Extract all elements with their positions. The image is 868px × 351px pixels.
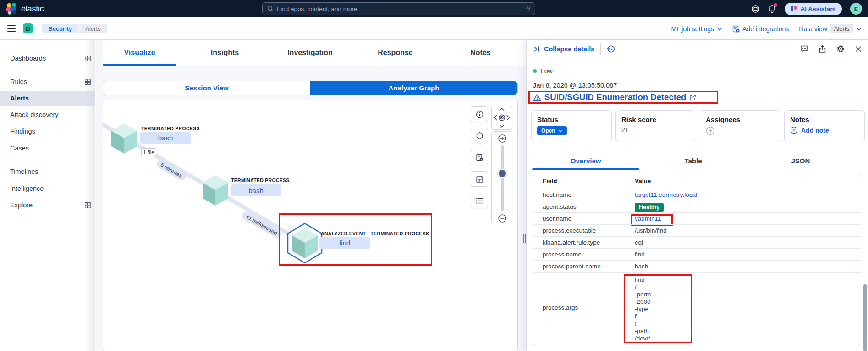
severity-label: Low: [541, 67, 553, 75]
document-gear-icon: [476, 154, 483, 162]
process-node-type: TERMINATED PROCESS: [141, 126, 200, 131]
add-note-button[interactable]: Add note: [790, 126, 829, 134]
zoom-slider-handle[interactable]: [498, 169, 507, 178]
data-view-selector[interactable]: Data view Alerts: [799, 24, 862, 33]
zoom-slider-track[interactable]: [501, 145, 504, 211]
file-count-badge[interactable]: 1 file: [141, 148, 156, 156]
field-name: host.name: [543, 191, 571, 198]
collapse-right-icon: [533, 46, 540, 52]
assignees-card: Assignees: [700, 110, 780, 142]
table-row-process.parent.name: process.parent.namebash: [533, 260, 861, 272]
ai-assistant-button[interactable]: AI Assistant: [785, 3, 842, 15]
status-open-dropdown[interactable]: Open: [537, 126, 567, 135]
breadcrumb-alerts: Alerts: [77, 24, 107, 33]
field-value: /usr/bin/find: [635, 227, 667, 234]
tab-investigation[interactable]: Investigation: [273, 40, 347, 66]
search-icon: [267, 6, 274, 12]
graph-pan-control[interactable]: [491, 106, 512, 130]
process-node-name[interactable]: bash: [140, 132, 191, 144]
sidebar-item-explore[interactable]: Explore: [0, 198, 95, 212]
panel-resize-handle[interactable]: [523, 234, 527, 243]
help-icon[interactable]: [751, 5, 760, 13]
agent-status-badge: Healthy: [635, 203, 664, 212]
table-row-user.name: user.namevadmin11: [533, 212, 861, 224]
collapse-details-button[interactable]: Collapse details: [533, 45, 594, 53]
tab-visualize[interactable]: Visualize: [103, 40, 176, 66]
sidebar-item-cases[interactable]: Cases: [0, 141, 95, 156]
share-icon[interactable]: [819, 45, 826, 53]
sidebar-item-dashboards[interactable]: Dashboards: [0, 51, 95, 66]
elastic-logo[interactable]: elastic: [0, 3, 44, 15]
top-header-bar: elastic Find apps, content, and more. ^/: [0, 0, 868, 17]
graph-legend-button[interactable]: [471, 193, 488, 208]
add-integrations-link[interactable]: Add integrations: [732, 25, 789, 33]
breadcrumb-security[interactable]: Security: [42, 24, 80, 33]
panel-scrollbar[interactable]: [863, 284, 867, 351]
field-value-link[interactable]: target11.edrmetry.local: [635, 191, 697, 198]
graph-date-button[interactable]: [471, 171, 488, 187]
toggle-session-view[interactable]: Session View: [103, 81, 310, 95]
panel-tab-json[interactable]: JSON: [747, 152, 854, 170]
field-name: process.args: [543, 304, 578, 311]
user-avatar[interactable]: E: [850, 3, 862, 15]
flyout-header: Collapse details: [527, 40, 868, 58]
alert-rule-title-link[interactable]: SUID/SGUID Enumeration Detected: [544, 92, 686, 102]
ml-job-settings-link[interactable]: ML job settings: [671, 25, 722, 33]
field-name: process.executable: [543, 227, 596, 234]
graph-schema-button[interactable]: [471, 150, 488, 165]
alert-timestamp: Jan 8, 2026 @ 13:05:50.087: [533, 82, 617, 89]
sidebar-item-timelines[interactable]: Timelines: [0, 164, 95, 179]
gear-icon[interactable]: [836, 45, 845, 53]
brand-wordmark: elastic: [21, 4, 44, 14]
panel-tab-overview[interactable]: Overview: [532, 152, 639, 170]
zoom-out-icon[interactable]: [498, 214, 507, 223]
menu-hamburger-button[interactable]: [4, 21, 19, 36]
analyzer-graph-panel[interactable]: 5 minutes <1 millisecond TERMINATED PROC…: [103, 100, 518, 351]
sidebar-item-label: Explore: [10, 201, 33, 209]
sidebar-item-rules[interactable]: Rules: [0, 74, 95, 89]
sidebar-item-intelligence[interactable]: Intelligence: [0, 181, 95, 196]
grid-icon: [85, 202, 91, 208]
notifications-bell[interactable]: [768, 5, 776, 13]
zoom-in-icon[interactable]: [498, 134, 507, 143]
global-search-input[interactable]: Find apps, content, and more. ^/: [262, 2, 535, 15]
visualize-view-toggle: Session ViewAnalyzer Graph: [103, 81, 518, 95]
table-row-process.name: process.namefind: [533, 248, 861, 260]
risk-score-card: Risk score 21: [615, 110, 696, 142]
annotation-box-analyzed-event: [279, 213, 432, 266]
comment-icon[interactable]: [800, 45, 808, 53]
sidebar-item-label: Rules: [10, 78, 27, 85]
severity-dot: [533, 69, 537, 73]
external-link-icon: [689, 94, 696, 101]
alert-detail-tabs: OverviewTableJSON: [532, 152, 854, 170]
table-header-row: FieldValue: [533, 174, 861, 189]
risk-score-card-title: Risk score: [621, 116, 690, 123]
process-node-type: TERMINATED PROCESS: [231, 178, 290, 183]
assignees-card-title: Assignees: [706, 116, 775, 123]
alert-details-flyout: Collapse details: [526, 40, 868, 351]
table-row-kibana.alert.rule.type: kibana.alert.rule.typeeql: [533, 236, 861, 248]
breadcrumb-toolbar: D Security Alerts ML job settings Add in…: [0, 17, 868, 40]
status-card: Status Open: [531, 110, 612, 142]
space-badge[interactable]: D: [23, 23, 33, 33]
panel-tab-table[interactable]: Table: [639, 152, 747, 170]
toolbar-right-links: ML job settings Add integrations Data vi…: [671, 17, 862, 40]
tab-insights[interactable]: Insights: [188, 40, 262, 66]
field-name: agent.status: [543, 203, 577, 210]
sidebar-item-findings[interactable]: Findings: [0, 124, 95, 139]
history-icon[interactable]: [607, 45, 615, 53]
process-node-name[interactable]: bash: [231, 184, 281, 196]
add-assignee-icon[interactable]: [706, 126, 715, 135]
sidebar-item-alerts[interactable]: Alerts: [0, 91, 95, 106]
tab-response[interactable]: Response: [358, 40, 432, 66]
breadcrumb: Security Alerts: [42, 24, 107, 33]
tab-notes[interactable]: Notes: [444, 40, 517, 66]
close-icon[interactable]: [855, 45, 862, 53]
sidebar-item-attack-discovery[interactable]: Attack discovery: [0, 107, 95, 122]
grid-icon: [85, 56, 91, 61]
graph-info-button[interactable]: [471, 106, 488, 122]
graph-shape-button[interactable]: [471, 128, 488, 143]
toggle-analyzer-graph[interactable]: Analyzer Graph: [310, 81, 517, 95]
top-right-actions: AI Assistant E: [751, 0, 868, 17]
graph-zoom-control[interactable]: [491, 131, 512, 223]
